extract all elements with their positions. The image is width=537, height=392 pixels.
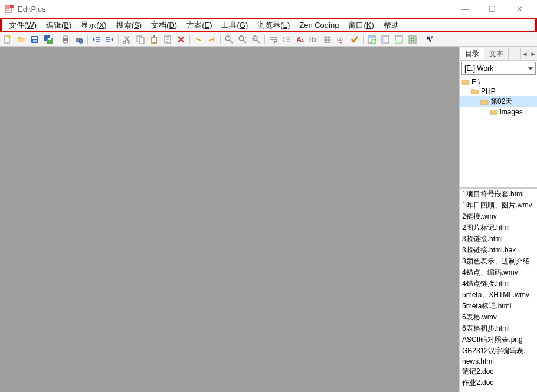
- line-numbers-icon[interactable]: 12: [280, 34, 293, 45]
- svg-text:2: 2: [283, 39, 285, 43]
- font-large-icon[interactable]: AA: [294, 34, 307, 45]
- find-replace-icon[interactable]: [236, 34, 249, 45]
- file-item[interactable]: 3超链接.html.bak: [460, 245, 537, 256]
- clipboard-icon[interactable]: [161, 34, 174, 45]
- menu-W[interactable]: 文件(W): [4, 19, 41, 32]
- menu-K[interactable]: 窗口(K): [343, 19, 378, 32]
- folder-第02天[interactable]: 第02天: [460, 96, 537, 107]
- app-title: EditPlus: [18, 5, 457, 14]
- sidebar: 目录 文本 ◄ ► [E:] Work E:\PHP第02天images 1项目…: [460, 47, 537, 392]
- svg-point-1: [10, 5, 14, 8]
- svg-rect-21: [153, 35, 155, 37]
- minimize-button[interactable]: —: [457, 3, 473, 15]
- paste-icon[interactable]: [148, 34, 161, 45]
- svg-text:#: #: [253, 37, 256, 41]
- sidebar-tab-directory[interactable]: 目录: [460, 48, 484, 60]
- undo-icon[interactable]: [192, 34, 205, 45]
- svg-text:?: ?: [430, 35, 433, 40]
- goto-icon[interactable]: #: [250, 34, 263, 45]
- folder-PHP[interactable]: PHP: [460, 87, 537, 96]
- svg-rect-20: [152, 38, 156, 42]
- svg-rect-9: [48, 38, 51, 40]
- find-icon[interactable]: [222, 34, 235, 45]
- maximize-button[interactable]: ☐: [484, 3, 500, 15]
- folder-tree: E:\PHP第02天images: [460, 76, 537, 188]
- file-item[interactable]: 2图片标记.html: [460, 222, 537, 233]
- window-controls: — ☐ ✕: [457, 3, 532, 15]
- show-output-icon[interactable]: [392, 34, 405, 45]
- file-item[interactable]: 4锚点链接.html: [460, 278, 537, 289]
- spell-check-icon[interactable]: ab: [335, 34, 348, 45]
- file-item[interactable]: 6表格.wmv: [460, 312, 537, 323]
- file-item[interactable]: GB2312汉字编码表.: [460, 345, 537, 357]
- menu-S[interactable]: 搜索(S): [112, 19, 146, 32]
- help-arrow-icon[interactable]: ?: [423, 34, 436, 45]
- folder-E:\[interactable]: E:\: [460, 77, 537, 87]
- menu-G[interactable]: 工具(G): [217, 19, 253, 32]
- cut-icon[interactable]: [120, 34, 133, 45]
- word-wrap-icon[interactable]: [267, 34, 280, 45]
- close-button[interactable]: ✕: [511, 3, 528, 15]
- open-file-icon[interactable]: [15, 34, 28, 45]
- titlebar: EditPlus — ☐ ✕: [0, 0, 537, 18]
- file-item[interactable]: 笔记2.doc: [460, 366, 537, 377]
- menu-Zen Coding[interactable]: Zen Coding: [294, 19, 343, 31]
- svg-rect-18: [139, 38, 144, 44]
- menu-B[interactable]: 编辑(B): [41, 19, 76, 32]
- file-item[interactable]: 6表格初步.html: [460, 323, 537, 334]
- redo-icon[interactable]: [205, 34, 218, 45]
- folder-images[interactable]: images: [460, 107, 537, 117]
- svg-rect-32: [324, 36, 326, 43]
- svg-point-24: [239, 36, 244, 41]
- browser-preview-icon[interactable]: [406, 34, 419, 45]
- tab-prev-icon[interactable]: ◄: [520, 48, 529, 59]
- drive-selector[interactable]: [E:] Work: [461, 62, 536, 75]
- sidebar-tab-text[interactable]: 文本: [484, 48, 509, 60]
- tab-next-icon[interactable]: ►: [529, 48, 537, 59]
- file-list: 1项目符号嵌套.html1昨日回顾、图片.wmv2链接.wmv2图片标记.htm…: [460, 188, 537, 392]
- browser-mode-icon[interactable]: [365, 34, 378, 45]
- sidebar-tabs: 目录 文本 ◄ ►: [460, 47, 537, 61]
- workspace: 目录 文本 ◄ ► [E:] Work E:\PHP第02天images 1项目…: [0, 47, 537, 392]
- file-item[interactable]: 4锚点、编码.wmv: [460, 267, 537, 278]
- save-icon[interactable]: [28, 34, 41, 45]
- svg-rect-6: [33, 40, 37, 42]
- file-item[interactable]: 3超链接.html: [460, 233, 537, 245]
- file-item[interactable]: 5meta、XHTML.wmv: [460, 289, 537, 301]
- menu-帮助[interactable]: 帮助: [379, 19, 404, 32]
- file-item[interactable]: ASCII码对照表.png: [460, 334, 537, 345]
- svg-rect-35: [368, 36, 375, 38]
- file-item[interactable]: 2链接.wmv: [460, 211, 537, 222]
- svg-rect-11: [64, 36, 67, 38]
- menu-E[interactable]: 方案(E): [182, 19, 217, 32]
- svg-rect-40: [395, 41, 402, 43]
- file-item[interactable]: 1项目符号嵌套.html: [460, 189, 537, 200]
- new-file-icon[interactable]: [1, 34, 14, 45]
- menu-L[interactable]: 浏览器(L): [253, 19, 294, 32]
- print-icon[interactable]: [59, 34, 72, 45]
- file-item[interactable]: 作业2.doc: [460, 377, 537, 388]
- svg-point-23: [225, 36, 230, 41]
- indent-right-icon[interactable]: [103, 34, 116, 45]
- app-icon: [5, 4, 14, 14]
- svg-text:A: A: [301, 38, 304, 44]
- check-mark-icon[interactable]: [348, 34, 361, 45]
- file-item[interactable]: 1昨日回顾、图片.wmv: [460, 200, 537, 211]
- file-item[interactable]: 5meta标记.html: [460, 301, 537, 312]
- toggle-dir-icon[interactable]: [379, 34, 392, 45]
- delete-icon[interactable]: [175, 34, 188, 45]
- menubar: 文件(W)编辑(B)显示(X)搜索(S)文档(D)方案(E)工具(G)浏览器(L…: [0, 18, 537, 32]
- file-item[interactable]: 3颜色表示、进制介绍: [460, 256, 537, 267]
- column-select-icon[interactable]: [321, 34, 334, 45]
- svg-rect-12: [64, 41, 67, 43]
- menu-X[interactable]: 显示(X): [76, 19, 111, 32]
- menu-D[interactable]: 文档(D): [146, 19, 182, 32]
- file-item[interactable]: news.html: [460, 357, 537, 366]
- indent-left-icon[interactable]: [90, 34, 103, 45]
- editor-area: [0, 47, 460, 392]
- hex-view-icon[interactable]: Hx: [307, 34, 320, 45]
- save-all-icon[interactable]: [42, 34, 55, 45]
- print-preview-icon[interactable]: [73, 34, 86, 45]
- svg-rect-5: [32, 37, 37, 39]
- copy-icon[interactable]: [134, 34, 147, 45]
